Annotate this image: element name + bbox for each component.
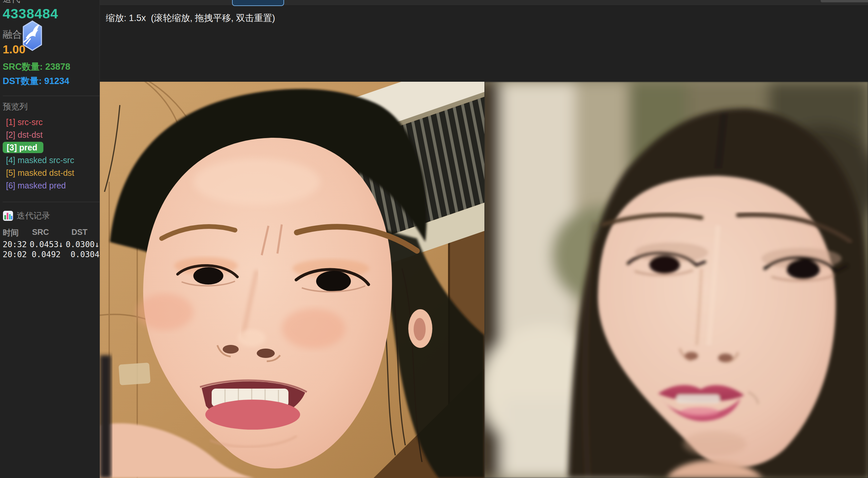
row-dst-loss: 0.0304 [70, 249, 99, 260]
main-area: 缩放: 1.5x (滚轮缩放, 拖拽平移, 双击重置) [100, 0, 868, 478]
preview-canvas[interactable] [100, 82, 868, 478]
divider [3, 202, 99, 202]
clipped-top-label: 迭代 [3, 0, 20, 5]
history-table-rows: 20:32 0.0453↓ 0.0300↓ 20:02 0.0492 0.030… [3, 239, 99, 260]
preview-item-dst-dst[interactable]: [2] dst-dst [0, 129, 99, 141]
history-table-header: 时间 SRC DST [3, 228, 98, 238]
row-dst-loss: 0.0300↓ [66, 239, 99, 249]
preview-section-title: 预览列 [3, 101, 28, 112]
preview-image-right[interactable] [485, 82, 868, 478]
preview-list: [1] src-src [2] dst-dst [3] pred [4] mas… [0, 116, 99, 192]
bar-chart-icon [3, 210, 13, 221]
src-count: SRC数量: 23878 [3, 61, 70, 73]
preview-item-masked-pred[interactable]: [6] masked pred [0, 179, 99, 192]
bird-hexagon-badge-icon [21, 20, 44, 52]
table-row: 20:02 0.0492 0.0304 [3, 249, 99, 260]
active-tab-stub[interactable] [232, 0, 284, 6]
iteration-count: 4338484 [3, 6, 58, 22]
col-src-header: SRC [32, 228, 71, 238]
preview-item-masked-src-src[interactable]: [4] masked src-src [0, 154, 99, 166]
row-src-loss: 0.0492 [32, 249, 70, 260]
iteration-history-header: 迭代记录 [3, 210, 50, 221]
top-toolbar [100, 0, 868, 6]
dst-count: DST数量: 91234 [3, 75, 69, 87]
preview-item-masked-dst-dst[interactable]: [5] masked dst-dst [0, 166, 99, 179]
col-dst-header: DST [71, 228, 98, 238]
sidebar: 迭代 4338484 融合Mo 1.00 SRC数量: 23878 DST数量:… [0, 0, 100, 478]
row-src-loss: 0.0453↓ [30, 239, 66, 249]
row-time: 20:32 [3, 239, 30, 249]
top-right-stub[interactable] [820, 0, 868, 2]
preview-item-src-src[interactable]: [1] src-src [0, 116, 99, 129]
table-row: 20:32 0.0453↓ 0.0300↓ [3, 239, 99, 249]
iteration-history-title: 迭代记录 [17, 210, 50, 221]
row-time: 20:02 [3, 249, 32, 260]
preview-item-pred-selected[interactable]: [3] pred [3, 142, 43, 153]
col-time-header: 时间 [3, 228, 32, 238]
preview-image-left[interactable] [100, 82, 485, 478]
divider [3, 96, 99, 96]
zoom-status-label: 缩放: 1.5x (滚轮缩放, 拖拽平移, 双击重置) [106, 12, 275, 24]
trainer-window: 迭代 4338484 融合Mo 1.00 SRC数量: 23878 DST数量:… [0, 0, 868, 478]
